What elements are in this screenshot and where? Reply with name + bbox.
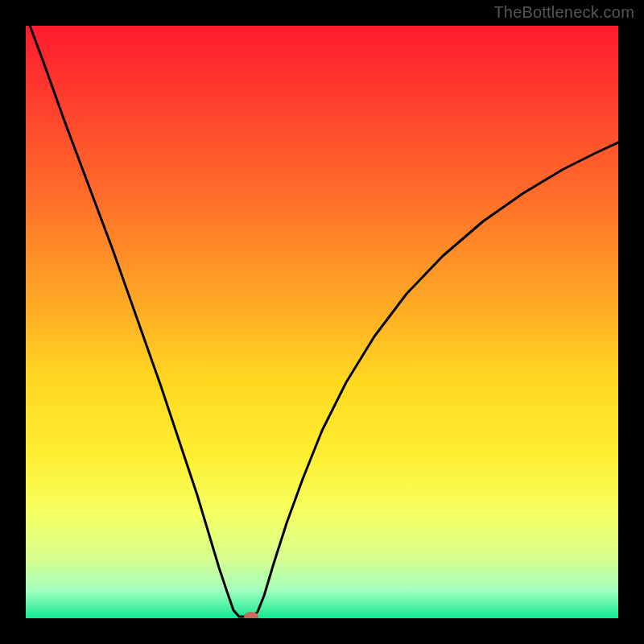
chart-container: TheBottleneck.com [0,0,644,644]
minimum-marker [244,612,258,621]
gradient-background [26,26,618,618]
watermark-text: TheBottleneck.com [493,3,634,22]
bottleneck-plot [0,0,644,644]
